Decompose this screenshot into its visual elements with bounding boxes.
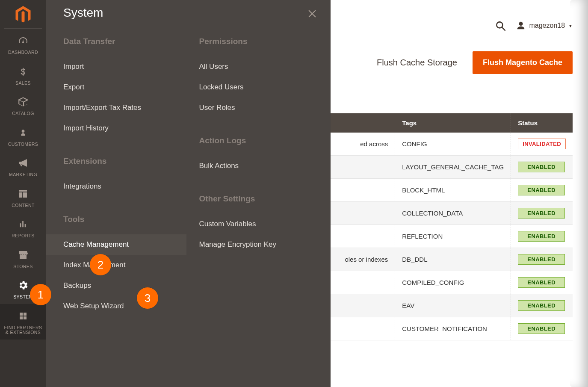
- nav-label: STORES: [13, 264, 33, 269]
- person-icon: [16, 127, 30, 139]
- nav-content[interactable]: CONTENT: [0, 182, 46, 213]
- nav-label: DASHBOARD: [8, 50, 38, 55]
- group-title: Action Logs: [199, 136, 318, 145]
- cell-tag: REFLECTION: [395, 225, 511, 248]
- menu-link-backups[interactable]: Backups: [63, 275, 182, 296]
- menu-link-import-export-tax-rates[interactable]: Import/Export Tax Rates: [63, 97, 182, 118]
- user-icon: [516, 21, 526, 30]
- status-badge: ENABLED: [518, 277, 565, 288]
- menu-link-cache-management[interactable]: Cache Management: [46, 234, 186, 255]
- th-tags: Tags: [395, 113, 511, 133]
- th-status: Status: [511, 113, 573, 133]
- group-title: Tools: [63, 215, 182, 224]
- menu-link-import-history[interactable]: Import History: [63, 118, 182, 139]
- menu-link-integrations[interactable]: Integrations: [63, 176, 182, 197]
- cell-status: ENABLED: [511, 317, 573, 340]
- nav-stores[interactable]: STORES: [0, 243, 46, 274]
- magento-logo[interactable]: [0, 0, 46, 26]
- box-icon: [16, 96, 30, 108]
- cell-tag: DB_DDL: [395, 248, 511, 271]
- status-badge: ENABLED: [518, 162, 565, 172]
- nav-sales[interactable]: SALES: [0, 59, 46, 90]
- group-title: Other Settings: [199, 194, 318, 204]
- cell-status: INVALIDATED: [511, 133, 573, 156]
- group-title: Extensions: [63, 157, 182, 166]
- nav-label: CATALOG: [12, 111, 34, 116]
- status-badge: ENABLED: [518, 208, 565, 219]
- nav-marketing[interactable]: MARKETING: [0, 151, 46, 182]
- cell-tag: CUSTOMER_NOTIFICATION: [395, 317, 511, 340]
- nav-customers[interactable]: CUSTOMERS: [0, 121, 46, 151]
- viewport: magezon18 ▼ Flush Cache Storage Flush Ma…: [0, 0, 588, 387]
- nav-label: FIND PARTNERS & EXTENSIONS: [4, 325, 42, 335]
- menu-link-export[interactable]: Export: [63, 77, 182, 97]
- group-title: Permissions: [199, 37, 318, 46]
- nav-reports[interactable]: REPORTS: [0, 212, 46, 243]
- system-flyout: System Data TransferImportExportImport/E…: [46, 0, 331, 387]
- svg-point-0: [497, 22, 503, 28]
- nav-label: SALES: [15, 81, 31, 86]
- blocks-icon: [16, 310, 30, 322]
- cell-tag: BLOCK_HTML: [395, 179, 511, 202]
- menu-link-import[interactable]: Import: [63, 56, 182, 77]
- status-badge: ENABLED: [518, 231, 565, 242]
- nav-find-partners[interactable]: FIND PARTNERS & EXTENSIONS: [0, 304, 46, 340]
- flyout-title: System: [63, 6, 103, 20]
- menu-link-custom-variables[interactable]: Custom Variables: [199, 214, 318, 234]
- bar-chart-icon: [16, 218, 30, 230]
- cell-tag: LAYOUT_GENERAL_CACHE_TAG: [395, 156, 511, 179]
- dollar-icon: [16, 65, 30, 77]
- close-icon[interactable]: [307, 9, 317, 18]
- cell-status: ENABLED: [511, 156, 573, 179]
- status-badge: ENABLED: [518, 323, 565, 334]
- search-icon[interactable]: [495, 20, 506, 31]
- flyout-column: PermissionsAll UsersLocked UsersUser Rol…: [199, 37, 318, 316]
- status-badge: ENABLED: [518, 254, 565, 265]
- cell-status: ENABLED: [511, 202, 573, 225]
- flush-cache-storage-button[interactable]: Flush Cache Storage: [377, 58, 457, 68]
- menu-link-bulk-actions[interactable]: Bulk Actions: [199, 156, 318, 176]
- nav-system[interactable]: SYSTEM: [0, 273, 46, 304]
- menu-link-user-roles[interactable]: User Roles: [199, 97, 318, 118]
- cell-status: ENABLED: [511, 248, 573, 271]
- nav-catalog[interactable]: CATALOG: [0, 90, 46, 121]
- nav-label: CUSTOMERS: [8, 142, 38, 147]
- account-menu[interactable]: magezon18 ▼: [516, 21, 573, 30]
- cell-tag: COLLECTION_DATA: [395, 202, 511, 225]
- nav-label: CONTENT: [12, 203, 35, 208]
- gear-icon: [16, 279, 30, 291]
- menu-link-all-users[interactable]: All Users: [199, 56, 318, 77]
- nav-dashboard[interactable]: DASHBOARD: [0, 29, 46, 59]
- menu-link-manage-encryption-key[interactable]: Manage Encryption Key: [199, 234, 318, 255]
- magento-hex-icon: [14, 6, 32, 24]
- status-badge: ENABLED: [518, 185, 565, 195]
- caret-down-icon: ▼: [568, 24, 573, 28]
- status-badge: INVALIDATED: [518, 139, 566, 149]
- cell-tag: EAV: [395, 294, 511, 317]
- admin-sidebar: DASHBOARD SALES CATALOG CUSTOMERS MARKET…: [0, 0, 46, 387]
- flush-magento-cache-button[interactable]: Flush Magento Cache: [473, 51, 573, 74]
- layout-icon: [16, 188, 30, 200]
- menu-link-index-management[interactable]: Index Management: [63, 255, 182, 275]
- cell-tag: CONFIG: [395, 133, 511, 156]
- cell-status: ENABLED: [511, 271, 573, 294]
- megaphone-icon: [16, 157, 30, 169]
- menu-link-locked-users[interactable]: Locked Users: [199, 77, 318, 97]
- status-badge: ENABLED: [518, 300, 565, 311]
- store-icon: [16, 249, 30, 261]
- cell-status: ENABLED: [511, 225, 573, 248]
- gauge-icon: [16, 35, 30, 47]
- cell-tag: COMPILED_CONFIG: [395, 271, 511, 294]
- nav-label: SYSTEM: [13, 295, 33, 300]
- menu-link-web-setup-wizard[interactable]: Web Setup Wizard: [63, 296, 182, 316]
- group-title: Data Transfer: [63, 37, 182, 46]
- flyout-column: Data TransferImportExportImport/Export T…: [63, 37, 182, 316]
- nav-label: MARKETING: [9, 172, 37, 177]
- cell-status: ENABLED: [511, 179, 573, 202]
- cell-status: ENABLED: [511, 294, 573, 317]
- account-username: magezon18: [529, 22, 565, 30]
- nav-label: REPORTS: [12, 233, 34, 239]
- svg-line-1: [502, 27, 505, 30]
